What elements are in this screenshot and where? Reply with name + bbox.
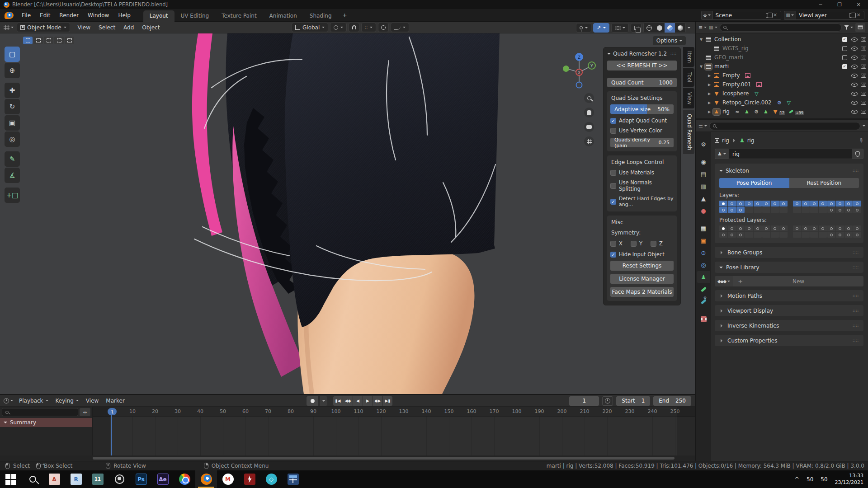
layer-cell[interactable] xyxy=(754,232,762,238)
taskbar-item-revit[interactable]: R xyxy=(65,470,87,488)
viewport-menu-object[interactable]: Object xyxy=(138,23,164,33)
disable-in-renders-toggle[interactable] xyxy=(859,38,868,42)
disable-in-renders-toggle[interactable] xyxy=(859,65,868,69)
layer-cell[interactable] xyxy=(779,201,788,206)
disable-in-renders-toggle[interactable] xyxy=(859,92,868,96)
armature-browse-button[interactable]: ♟ xyxy=(715,149,728,159)
layer-cell[interactable] xyxy=(793,232,801,238)
axis-z-negative[interactable] xyxy=(576,82,582,88)
layer-cell[interactable] xyxy=(719,232,727,238)
layer-cell[interactable] xyxy=(719,207,727,213)
hide-in-viewport-toggle[interactable] xyxy=(850,101,859,105)
current-frame-field[interactable]: 1 xyxy=(569,396,599,406)
playhead[interactable] xyxy=(111,413,112,455)
expander-right-icon[interactable]: ▶ xyxy=(707,110,712,114)
quads-density-field[interactable]: Quads density (pain 0.25 xyxy=(610,138,674,147)
symmetry-z-checkbox[interactable] xyxy=(651,241,656,247)
hide-in-viewport-toggle[interactable] xyxy=(850,83,859,87)
object-visibility-dropdown[interactable] xyxy=(576,23,591,33)
taskbar-item-autocad[interactable]: A xyxy=(43,470,65,488)
shading-rendered-button[interactable] xyxy=(675,23,685,33)
viewlayer-remove-icon[interactable]: ✕ xyxy=(856,13,861,18)
properties-tab-bone[interactable] xyxy=(697,283,710,295)
pin-icon[interactable]: ✎ xyxy=(858,136,865,144)
outliner-row-geo_marti[interactable]: GEO_marti xyxy=(696,53,868,62)
frame-end-field[interactable]: End 250 xyxy=(653,396,691,406)
hide-in-viewport-toggle[interactable] xyxy=(850,110,859,114)
outliner-row-wgts_rig[interactable]: WGTS_rig xyxy=(696,44,868,53)
jump-to-start-button[interactable]: ▮◀ xyxy=(333,396,343,406)
hide-in-viewport-toggle[interactable] xyxy=(850,47,859,51)
sidebar-tab-tool[interactable]: Tool xyxy=(683,68,694,86)
disable-in-renders-toggle[interactable] xyxy=(859,110,868,114)
shading-dropdown-chevron[interactable] xyxy=(688,27,690,30)
scene-browse-button[interactable]: ⬙ xyxy=(701,11,712,20)
tool-options-dropdown[interactable]: Options xyxy=(653,36,686,45)
detect-hard-edges-checkbox[interactable]: ✓ xyxy=(610,199,616,205)
outliner-item-label[interactable]: GEO_marti xyxy=(714,54,743,61)
layer-cell[interactable] xyxy=(719,225,727,231)
viewport-menu-select[interactable]: Select xyxy=(94,23,119,33)
tool-select-box[interactable]: ▢ xyxy=(5,47,20,62)
expander-right-icon[interactable]: ▶ xyxy=(707,101,712,105)
keying-set-chevron[interactable] xyxy=(320,396,327,406)
workspace-tab-uv-editing[interactable]: UV Editing xyxy=(175,10,216,22)
taskbar-item-obs[interactable] xyxy=(108,470,130,488)
tool-cursor[interactable]: ⊕ xyxy=(5,63,20,78)
expander-right-icon[interactable]: ▶ xyxy=(707,74,712,78)
outliner-filter-button[interactable] xyxy=(844,25,853,30)
summary-channel[interactable]: Summary xyxy=(0,418,92,427)
layer-cell[interactable] xyxy=(853,207,861,213)
timeline-ruler[interactable]: 1020304050607080901001101201301401501601… xyxy=(93,407,695,417)
viewlayer-browse-button[interactable]: ▥ xyxy=(784,11,796,20)
taskbar-item-sketchfab[interactable]: ◇ xyxy=(260,470,282,488)
layer-cell[interactable] xyxy=(836,225,844,231)
outliner-item-label[interactable]: Empty xyxy=(722,72,740,79)
outliner-editor-type-button[interactable]: ≡ xyxy=(698,24,707,30)
sidebar-tab-view[interactable]: View xyxy=(683,88,694,108)
outliner-item-label[interactable]: Retopo_Circle.002 xyxy=(722,99,772,106)
tool-measure[interactable]: ∡ xyxy=(5,168,20,183)
layer-cell[interactable] xyxy=(754,225,762,231)
timeline-editor-type-button[interactable] xyxy=(0,398,15,404)
timeline-menu-playback[interactable]: Playback xyxy=(15,396,52,406)
rest-position-button[interactable]: Rest Position xyxy=(789,178,859,188)
menu-help[interactable]: Help xyxy=(113,10,135,20)
panel-grip-icon[interactable]: ∷∷ xyxy=(671,52,677,56)
layer-cell[interactable] xyxy=(827,207,835,213)
tray-badge[interactable]: 50 xyxy=(821,476,827,483)
auto-keying-button[interactable] xyxy=(307,396,318,406)
outliner-row-collection[interactable]: ▼Collection✓ xyxy=(696,35,868,44)
panel-custom-properties[interactable]: Custom Properties ∷∷ xyxy=(715,335,863,346)
shading-material-button[interactable] xyxy=(665,23,675,33)
outliner-row-rig[interactable]: ▶♟rig≈♟⚙♟▼12+99 xyxy=(696,107,868,116)
layer-cell[interactable] xyxy=(836,207,844,213)
panel-pose-library[interactable]: Pose Library ∷∷ xyxy=(715,262,863,273)
face-maps-button[interactable]: Face Maps 2 Materials xyxy=(610,287,674,297)
select-mode-set[interactable] xyxy=(23,37,33,44)
pose-position-button[interactable]: Pose Position xyxy=(719,178,789,188)
layer-cell[interactable] xyxy=(827,232,835,238)
layer-cell[interactable] xyxy=(745,225,753,231)
hide-in-viewport-toggle[interactable] xyxy=(850,74,859,78)
layer-cell[interactable] xyxy=(793,225,801,231)
snap-toggle[interactable] xyxy=(349,23,359,32)
sidebar-tab-item[interactable]: Item xyxy=(683,47,694,67)
exclude-checkbox[interactable]: ✓ xyxy=(840,37,849,42)
proportional-falloff-dropdown[interactable] xyxy=(391,23,409,32)
layer-cell[interactable] xyxy=(728,225,736,231)
layer-cell[interactable] xyxy=(810,232,818,238)
tray-badge[interactable]: 50 xyxy=(807,476,813,483)
use-preview-range-button[interactable] xyxy=(602,396,613,406)
timeline-dopesheet-area[interactable] xyxy=(93,417,695,455)
select-mode-subtract[interactable] xyxy=(44,37,53,44)
layer-cell[interactable] xyxy=(793,207,801,213)
outliner-item-label[interactable]: rig xyxy=(722,108,730,115)
close-button[interactable]: ✕ xyxy=(849,0,868,9)
layer-cell[interactable] xyxy=(819,232,827,238)
fake-user-button[interactable] xyxy=(852,149,863,159)
camera-view-button[interactable] xyxy=(584,122,594,132)
tool-annotate[interactable]: ✎ xyxy=(5,151,20,167)
properties-tab-object[interactable]: ▣ xyxy=(697,235,710,246)
layer-cell[interactable] xyxy=(819,201,827,206)
